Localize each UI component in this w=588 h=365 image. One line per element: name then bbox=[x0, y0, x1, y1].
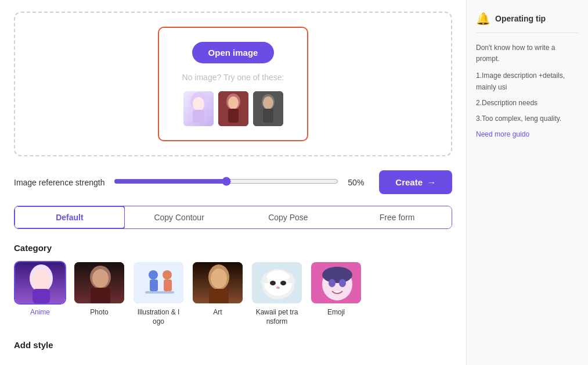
category-title: Category bbox=[14, 243, 452, 253]
svg-rect-25 bbox=[145, 291, 174, 294]
cat-art-bg bbox=[193, 262, 243, 303]
svg-rect-3 bbox=[193, 110, 204, 123]
tips-body: Don't know how to write a prompt. 1.Imag… bbox=[476, 42, 579, 140]
slider-container bbox=[114, 177, 338, 188]
category-kawaii-label: Kawaii pet tra nsform bbox=[251, 308, 303, 326]
svg-point-41 bbox=[329, 279, 336, 287]
sample3-svg bbox=[253, 91, 283, 126]
svg-rect-11 bbox=[263, 109, 273, 123]
category-emoji[interactable]: Emoji bbox=[310, 261, 362, 326]
svg-rect-19 bbox=[91, 288, 110, 304]
tips-item2: 2.Description needs bbox=[476, 98, 579, 109]
anime-figure-svg bbox=[183, 91, 214, 126]
sample-image-3[interactable] bbox=[253, 91, 283, 126]
category-kawaii-thumb bbox=[251, 261, 303, 305]
svg-point-42 bbox=[339, 279, 346, 287]
category-anime-thumb bbox=[14, 261, 66, 305]
upload-area: Open image No image? Try one of these: bbox=[14, 12, 452, 156]
cat-illustration-bg bbox=[134, 262, 183, 303]
category-illustration-label: Illustration & I ogo bbox=[132, 308, 185, 326]
open-image-button[interactable]: Open image bbox=[192, 42, 275, 63]
tips-intro: Don't know how to write a prompt. bbox=[476, 42, 579, 65]
strength-percent: 50% bbox=[348, 178, 370, 187]
cat-anime-bg bbox=[15, 262, 65, 303]
category-emoji-thumb bbox=[310, 261, 362, 305]
category-photo-label: Photo bbox=[90, 308, 108, 317]
svg-point-40 bbox=[322, 267, 352, 283]
sample-image-2[interactable] bbox=[218, 91, 248, 126]
tab-copy-contour[interactable]: Copy Contour bbox=[125, 206, 234, 228]
sample2-svg bbox=[218, 91, 248, 126]
svg-point-6 bbox=[228, 96, 239, 109]
category-kawaii[interactable]: Kawaii pet tra nsform bbox=[251, 261, 303, 326]
tab-copy-pose[interactable]: Copy Pose bbox=[234, 206, 343, 228]
tips-item3: 3.Too complex, leng quality. bbox=[476, 113, 579, 124]
create-arrow-icon: → bbox=[427, 177, 436, 187]
no-image-text: No image? Try one of these: bbox=[182, 73, 284, 82]
bell-icon: 🔔 bbox=[476, 12, 490, 26]
sample-images-row bbox=[183, 91, 283, 126]
cat-photo-bg bbox=[74, 262, 124, 303]
sample-image-1[interactable] bbox=[183, 91, 214, 126]
upload-box: Open image No image? Try one of these: bbox=[158, 27, 309, 141]
svg-point-14 bbox=[32, 269, 50, 290]
svg-point-36 bbox=[280, 281, 286, 285]
tips-title: Operating tip bbox=[495, 14, 546, 23]
strength-slider[interactable] bbox=[114, 177, 338, 186]
category-illustration-thumb bbox=[132, 261, 185, 305]
svg-rect-20 bbox=[134, 262, 185, 305]
strength-label: Image reference strength bbox=[14, 178, 104, 187]
category-art-thumb bbox=[192, 261, 244, 305]
category-row: Anime bbox=[14, 261, 452, 326]
tips-item1: 1.Image description +details, mainly usi bbox=[476, 70, 579, 92]
category-emoji-label: Emoji bbox=[327, 308, 345, 317]
svg-point-35 bbox=[270, 281, 276, 285]
main-content: Open image No image? Try one of these: bbox=[0, 0, 466, 365]
svg-point-10 bbox=[263, 96, 273, 109]
category-anime[interactable]: Anime bbox=[14, 261, 66, 326]
tab-default[interactable]: Default bbox=[14, 206, 125, 229]
strength-row: Image reference strength 50% Create → bbox=[14, 170, 452, 194]
add-style-title: Add style bbox=[14, 340, 452, 350]
create-label: Create bbox=[395, 177, 423, 187]
svg-point-28 bbox=[211, 269, 227, 288]
svg-point-18 bbox=[92, 269, 109, 288]
right-panel: 🔔 Operating tip Don't know how to write … bbox=[466, 0, 588, 365]
svg-rect-29 bbox=[209, 289, 229, 304]
svg-rect-15 bbox=[33, 289, 50, 303]
svg-point-21 bbox=[149, 270, 158, 280]
category-illustration[interactable]: Illustration & I ogo bbox=[132, 261, 185, 326]
category-art-label: Art bbox=[213, 308, 222, 317]
svg-point-2 bbox=[193, 97, 204, 111]
create-button[interactable]: Create → bbox=[379, 170, 452, 194]
tabs-row: Default Copy Contour Copy Pose Free form bbox=[14, 206, 452, 229]
tab-free-form[interactable]: Free form bbox=[342, 206, 452, 228]
svg-rect-22 bbox=[150, 280, 158, 291]
svg-point-37 bbox=[276, 287, 280, 289]
category-art[interactable]: Art bbox=[192, 261, 244, 326]
svg-rect-7 bbox=[228, 109, 239, 123]
category-photo[interactable]: Photo bbox=[73, 261, 125, 326]
svg-point-23 bbox=[163, 270, 172, 280]
svg-rect-24 bbox=[164, 280, 172, 291]
category-anime-label: Anime bbox=[30, 308, 50, 317]
category-photo-thumb bbox=[73, 261, 125, 305]
tips-header: 🔔 Operating tip bbox=[476, 12, 579, 33]
tips-link[interactable]: Need more guido bbox=[476, 129, 579, 140]
